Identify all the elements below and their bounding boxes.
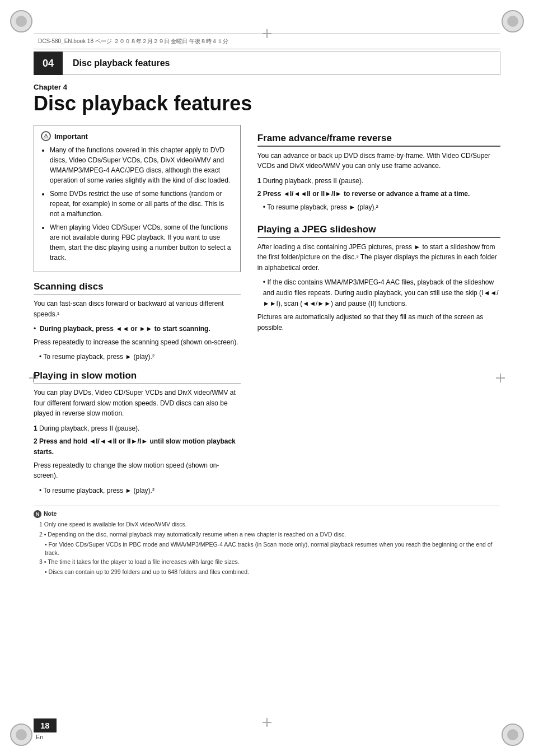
slow-motion-step2-bold: Press and hold ◄I/◄◄II or II►/I► until s… [34, 437, 236, 456]
jpeg-title: Playing a JPEG slideshow [257, 224, 500, 238]
file-info-text: DCS-580_EN.book 18 ページ ２００８年２月２９日 金曜日 午後… [38, 38, 228, 45]
two-column-layout: ⚠ Important Many of the functions covere… [34, 125, 500, 498]
jpeg-body2: Pictures are automatically adjusted so t… [257, 312, 500, 333]
warning-icon: ⚠ [41, 131, 51, 141]
slow-motion-resume: To resume playback, press ► (play).² [39, 486, 241, 496]
content-area: Chapter 4 Disc playback features ⚠ Impor… [34, 83, 500, 717]
corner-decoration-br [502, 724, 524, 746]
note-item-1: 1 Only one speed is available for DivX v… [34, 520, 500, 529]
page-lang: En [34, 734, 43, 740]
note-title: N Note [34, 510, 500, 519]
important-box: ⚠ Important Many of the functions covere… [34, 125, 241, 273]
scanning-step-bullet: • During playback, press ◄◄ or ►► to sta… [34, 324, 241, 334]
important-item-1: Many of the functions covered in this ch… [50, 145, 233, 185]
frame-advance-step2-bold: Press ◄I/◄◄II or II►/I► to reverse or ad… [263, 190, 470, 198]
important-label: Important [54, 131, 88, 142]
scanning-resume: To resume playback, press ► (play).² [39, 352, 241, 362]
corner-decoration-tl [10, 10, 32, 32]
slow-motion-body: You can play DVDs, Video CD/Super VCDs a… [34, 388, 241, 419]
slow-motion-step2-body: Press repeatedly to change the slow moti… [34, 460, 241, 481]
note-icon: N [34, 510, 41, 518]
slow-motion-title: Playing in slow motion [34, 370, 241, 384]
slow-motion-step1-text: During playback, press II (pause). [39, 424, 139, 432]
note-item-3-sub: • Discs can contain up to 299 folders an… [34, 568, 500, 577]
corner-decoration-tr [502, 10, 524, 32]
page-footer: 18 En [34, 718, 57, 740]
cross-bottom [263, 718, 271, 727]
note-item-2-sub: • For Video CDs/Super VCDs in PBC mode a… [34, 540, 500, 558]
scanning-step-bold: During playback, press ◄◄ or ►► to start… [40, 325, 210, 333]
page-number: 18 [34, 718, 57, 732]
right-column: Frame advance/frame reverse You can adva… [257, 125, 500, 498]
note-item-2: 2 • Depending on the disc, normal playba… [34, 530, 500, 539]
important-title: ⚠ Important [41, 131, 233, 142]
notes-section: N Note 1 Only one speed is available for… [34, 506, 500, 576]
jpeg-bullet: If the disc contains WMA/MP3/MPEG-4 AAC … [263, 277, 500, 309]
chapter-title-bar: Disc playback features [63, 52, 500, 75]
chapter-header: 04 Disc playback features [34, 52, 500, 75]
scanning-title: Scanning discs [34, 281, 241, 295]
scanning-step-body: Press repeatedly to increase the scannin… [34, 337, 241, 348]
note-item-3: 3 • The time it takes for the player to … [34, 558, 500, 567]
frame-advance-step1-text: During playback, press II (pause). [263, 177, 363, 185]
corner-decoration-bl [10, 724, 32, 746]
important-item-2: Some DVDs restrict the use of some funct… [50, 189, 233, 219]
slow-motion-step2: 2 Press and hold ◄I/◄◄II or II►/I► until… [34, 436, 241, 457]
file-info-bar: DCS-580_EN.book 18 ページ ２００８年２月２９日 金曜日 午後… [34, 34, 500, 49]
note-label: Note [44, 510, 57, 519]
important-item-3: When playing Video CD/Super VCDs, some o… [50, 222, 233, 263]
scanning-body: You can fast-scan discs forward or backw… [34, 298, 241, 319]
frame-advance-resume: To resume playback, press ► (play).² [263, 202, 500, 213]
chapter-main-title: Disc playback features [34, 92, 500, 115]
chapter-title-text: Disc playback features [73, 58, 170, 68]
slow-motion-step1: 1 During playback, press II (pause). [34, 423, 241, 434]
frame-advance-body: You can advance or back up DVD discs fra… [257, 151, 500, 171]
left-column: ⚠ Important Many of the functions covere… [34, 125, 241, 498]
frame-advance-step2: 2 Press ◄I/◄◄II or II►/I► to reverse or … [257, 189, 500, 199]
chapter-number: 04 [34, 52, 63, 75]
jpeg-body: After loading a disc containing JPEG pic… [257, 242, 500, 273]
chapter-label: Chapter 4 [34, 83, 500, 91]
frame-advance-title: Frame advance/frame reverse [257, 133, 500, 147]
important-list: Many of the functions covered in this ch… [41, 145, 233, 263]
frame-advance-step1: 1 During playback, press II (pause). [257, 176, 500, 186]
